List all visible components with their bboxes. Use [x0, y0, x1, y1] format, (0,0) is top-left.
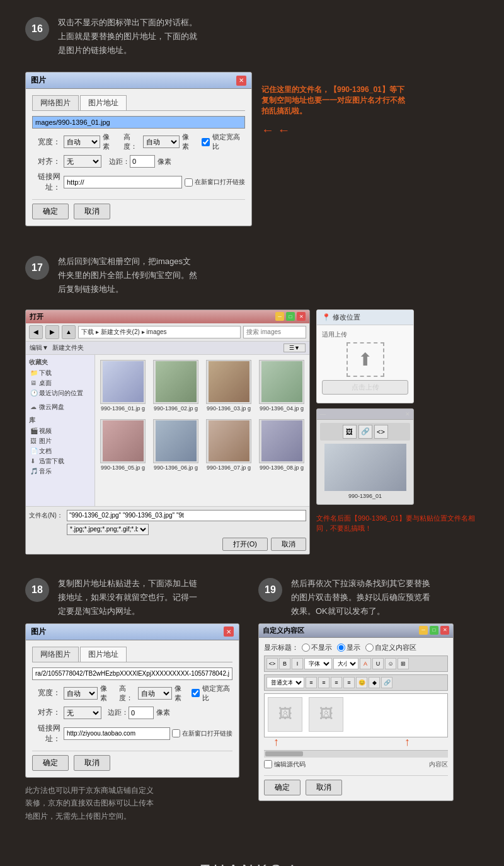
align-justify-btn[interactable]: ≡ — [343, 677, 355, 688]
font-color-btn[interactable]: A — [360, 658, 371, 669]
sidebar-item-music[interactable]: 🎵音乐 — [29, 466, 91, 476]
dialog-tab-address[interactable]: 图片地址 — [80, 95, 127, 110]
file-dialog-footer: 文件名(N)： *.jpg;*.jpeg;*.png;*.gif;*.bmp 打… — [26, 506, 309, 554]
radio-hide-input[interactable] — [302, 644, 310, 652]
file-item-07[interactable]: 990-1396_07.jp g — [204, 417, 253, 473]
step-19-header: 19 然后再依次下拉滚动条找到其它要替换 的图片双击替换。换好以后确应预览看 效… — [258, 577, 479, 618]
sidebar-item-video[interactable]: 🎬视频 — [29, 426, 91, 436]
dialog-18-close-btn[interactable]: ✕ — [224, 626, 234, 637]
dialog-16-new-window-checkbox[interactable] — [185, 178, 193, 187]
view-btn[interactable]: ☰▼ — [284, 344, 306, 352]
dialog-18-width-select[interactable]: 自动 — [64, 687, 98, 700]
new-folder-btn[interactable]: 新建文件夹 — [52, 344, 84, 352]
dialog-18-cancel-btn[interactable]: 取消 — [74, 755, 110, 771]
font-select[interactable]: 字体 — [304, 658, 332, 669]
footer-filename-input[interactable] — [67, 510, 306, 521]
file-item-03[interactable]: 990-1396_03.jp g — [204, 358, 253, 413]
file-item-01[interactable]: 990-1396_01.jp g — [98, 358, 147, 413]
bold-btn[interactable]: B — [279, 658, 290, 669]
custom-cancel-btn[interactable]: 取消 — [306, 780, 342, 795]
dialog-18-ratio-checkbox[interactable] — [192, 689, 200, 697]
search-input[interactable] — [243, 326, 306, 338]
upload-btn[interactable]: 点击上传 — [322, 380, 408, 395]
dialog-18-height-select[interactable]: 自动 — [138, 687, 172, 700]
italic-btn[interactable]: I — [292, 658, 303, 669]
sidebar-item-recent[interactable]: 🕐最近访问的位置 — [29, 388, 91, 398]
smiley-btn[interactable]: ☺ — [385, 658, 396, 669]
sidebar-item-docs[interactable]: 📄文档 — [29, 446, 91, 456]
step-18-text: 复制图片地址粘贴进去，下面添加上链 接地址，如果没有就留空也行。记得一 定要是淘… — [58, 577, 197, 618]
panel-link-btn[interactable]: 🔗 — [358, 425, 372, 439]
upload-icon-area[interactable]: ⬆ — [346, 342, 384, 377]
size-select[interactable]: 大小 — [333, 658, 358, 669]
dialog-16-align-select[interactable]: 无 — [64, 155, 101, 168]
file-item-06[interactable]: 990-1396_06.jp g — [151, 417, 200, 473]
extra-btn[interactable]: ⊞ — [398, 658, 409, 669]
file-item-04[interactable]: 990-1396_04.jp g — [257, 358, 306, 413]
custom-max-btn[interactable]: □ — [430, 626, 438, 635]
small-panel-close[interactable]: ✕ — [405, 411, 410, 417]
panel-img-btn[interactable]: 🖼 — [343, 425, 357, 439]
dialog-18-ok-btn[interactable]: 确定 — [32, 755, 69, 771]
step-17-number: 17 — [25, 256, 49, 280]
dialog-16-border-input[interactable] — [130, 155, 155, 168]
dialog-18-align-select[interactable]: 无 — [64, 707, 101, 719]
dialog-18-border-input[interactable] — [129, 707, 154, 719]
scrollbar-area[interactable] — [264, 750, 448, 758]
align-right-btn[interactable]: ≡ — [331, 677, 342, 688]
up-btn[interactable]: ▲ — [62, 325, 76, 339]
custom-min-btn[interactable]: ─ — [419, 626, 428, 635]
music-icon: 🎵 — [30, 468, 38, 475]
dialog-18-new-window-checkbox[interactable] — [172, 729, 180, 737]
radio-show-input[interactable] — [337, 644, 345, 652]
align-center-btn[interactable]: ≡ — [318, 677, 329, 688]
content-edit-area[interactable]: 🖼 🖼 — [264, 693, 448, 737]
file-item-02[interactable]: 990-1396_02.jp g — [151, 358, 200, 413]
code-btn[interactable]: <> — [266, 658, 278, 669]
dialog-16-ratio-checkbox[interactable] — [202, 138, 210, 146]
dialog-16-cancel-btn[interactable]: 取消 — [74, 204, 110, 219]
radio-custom-input[interactable] — [365, 644, 374, 652]
source-code-checkbox[interactable] — [264, 760, 272, 768]
image-placeholder-left[interactable]: 🖼 — [268, 697, 302, 732]
footer-filetype-select[interactable]: *.jpg;*.jpeg;*.png;*.gif;*.bmp — [67, 524, 149, 535]
panel-code-btn[interactable]: <> — [374, 425, 388, 439]
special-btn[interactable]: ◆ — [369, 677, 380, 688]
dialog-18-tab-address[interactable]: 图片地址 — [80, 647, 127, 662]
emoji-btn[interactable]: 😊 — [356, 677, 367, 688]
dialog-16-path-input[interactable] — [32, 116, 245, 129]
open-btn[interactable]: 打开(O) — [222, 538, 268, 551]
align-left-btn[interactable]: ≡ — [306, 677, 317, 688]
image-placeholder-right[interactable]: 🖼 — [309, 697, 343, 732]
custom-ok-btn[interactable]: 确定 — [264, 780, 301, 795]
dialog-18-tab-network[interactable]: 网络图片 — [32, 647, 79, 662]
dialog-18-link-input[interactable] — [64, 727, 170, 740]
sidebar-item-desktop[interactable]: 🖥桌面 — [29, 378, 91, 388]
sidebar-item-pictures[interactable]: 🖼图片 — [29, 436, 91, 446]
address-bar[interactable]: 下载 ▸ 新建文件夹(2) ▸ images — [78, 326, 241, 338]
sidebar-item-xunlei[interactable]: ⬇迅雷下载 — [29, 456, 91, 466]
scrollbar-thumb[interactable] — [265, 751, 303, 756]
minimize-btn[interactable]: ─ — [275, 312, 284, 321]
dialog-16-link-input[interactable] — [64, 176, 182, 188]
close-btn[interactable]: ✕ — [297, 312, 306, 321]
dialog-16-height-select[interactable]: 自动 — [143, 136, 180, 148]
dialog-18-path-input[interactable] — [32, 667, 232, 680]
dialog-16-width-select[interactable]: 自动 — [64, 136, 100, 148]
cancel-btn[interactable]: 取消 — [271, 538, 306, 551]
back-btn[interactable]: ◀ — [29, 325, 43, 339]
underline-btn[interactable]: U — [372, 658, 384, 669]
maximize-btn[interactable]: □ — [286, 312, 295, 321]
dialog-16-close-btn[interactable]: ✕ — [236, 76, 246, 86]
dialog-tab-network[interactable]: 网络图片 — [32, 95, 79, 110]
sidebar-item-download[interactable]: 📁下载 — [29, 368, 91, 378]
hyperlink-btn[interactable]: 🔗 — [381, 677, 392, 688]
file-item-05[interactable]: 990-1396_05.jp g — [98, 417, 147, 473]
file-item-08[interactable]: 990-1396_08.jp g — [257, 417, 306, 473]
dialog-16-ok-btn[interactable]: 确定 — [32, 204, 69, 219]
sidebar-item-cloud[interactable]: ☁微云网盘 — [29, 402, 91, 412]
texttype-select[interactable]: 普通文本 — [266, 677, 304, 688]
edit-menu[interactable]: 编辑▼ — [30, 344, 49, 352]
custom-close-btn[interactable]: ✕ — [440, 626, 449, 635]
forward-btn[interactable]: ▶ — [45, 325, 59, 339]
